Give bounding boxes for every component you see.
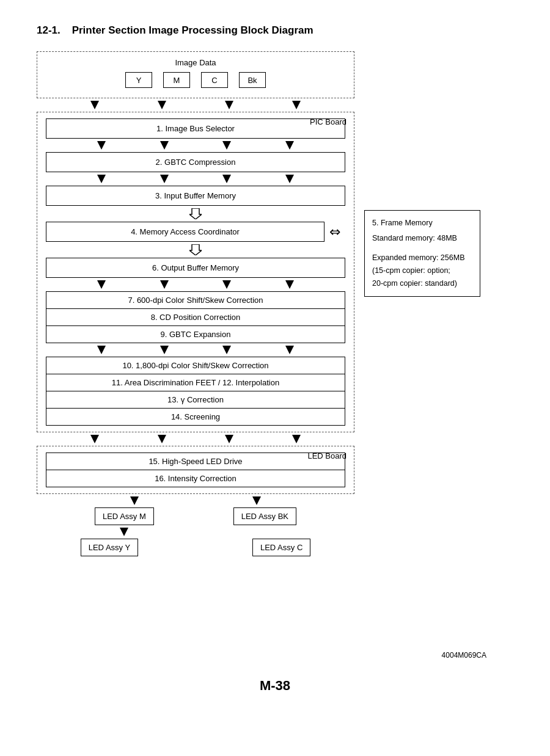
svg-marker-24 — [225, 435, 233, 443]
color-channels: Y M C Bk — [125, 72, 266, 88]
pic-board-section: PIC Board 1. Image Bus Selector 2. GBTC … — [37, 112, 354, 432]
led-board-label: LED Board — [307, 451, 346, 460]
double-arrow-icon: ⇔ — [329, 224, 340, 240]
section-title: 12-1. Printer Section Image Processing B… — [37, 24, 513, 37]
channel-c: C — [201, 72, 228, 88]
hollow-arrow-down-icon — [189, 208, 202, 219]
arrow-down-icon — [160, 175, 169, 183]
svg-marker-28 — [120, 528, 128, 536]
svg-marker-19 — [160, 346, 169, 354]
arrow-down-icon — [158, 101, 166, 109]
arrows-led-to-assy — [37, 496, 354, 505]
block-14: 14. Screening — [46, 409, 345, 426]
led-assy-bk-col: LED Assy BK — [233, 507, 296, 525]
svg-marker-5 — [160, 141, 169, 150]
arrow-down-icon — [120, 528, 128, 536]
arrow-down-icon — [90, 435, 99, 443]
svg-marker-20 — [222, 346, 231, 354]
frame-memory-20cpm: 20-cpm copier: standard) — [372, 277, 472, 290]
svg-marker-2 — [225, 101, 233, 109]
image-data-label: Image Data — [175, 58, 216, 67]
arrow-down-icon — [252, 496, 261, 505]
svg-marker-13 — [189, 244, 202, 255]
image-data-section: Image Data Y M C Bk — [37, 51, 354, 98]
arrow-down-icon — [160, 280, 169, 289]
arrows-to-led — [37, 435, 354, 443]
block-1: 1. Image Bus Selector — [46, 118, 345, 139]
arrow-down-icon — [97, 346, 106, 354]
arrows-2-to-3 — [46, 175, 345, 183]
led-assy-y-c-row: LED Assy Y LED Assy C — [37, 539, 354, 556]
svg-marker-8 — [97, 175, 106, 183]
svg-marker-0 — [90, 101, 99, 109]
block-16: 16. Intensity Correction — [46, 470, 345, 487]
arrow-down-icon — [97, 175, 106, 183]
block-8: 8. CD Position Correction — [46, 309, 345, 326]
arrow-4-to-6 — [46, 244, 345, 255]
arrow-down-icon — [225, 101, 233, 109]
svg-marker-7 — [285, 141, 294, 150]
block-4-row: 4. Memory Access Coordinator ⇔ — [46, 222, 345, 242]
frame-memory-std: Standard memory: 48MB — [372, 232, 472, 245]
arrow-down-icon — [285, 141, 294, 150]
block-2: 2. GBTC Compression — [46, 152, 345, 172]
svg-marker-22 — [90, 435, 99, 443]
arrow-down-icon — [160, 346, 169, 354]
channel-bk: Bk — [239, 72, 266, 88]
arrow-down-icon — [160, 141, 169, 150]
block-15: 15. High-Speed LED Drive — [46, 453, 345, 470]
diagram-code: 4004M069CA — [364, 651, 486, 660]
block-4: 4. Memory Access Coordinator — [46, 222, 324, 242]
frame-memory-exp: Expanded memory: 256MB — [372, 252, 472, 264]
arrow-down-icon — [225, 435, 233, 443]
block-11-12: 11. Area Discrimination FEET / 12. Inter… — [46, 374, 345, 391]
svg-marker-1 — [158, 101, 166, 109]
frame-memory-title: 5. Frame Memory — [372, 217, 472, 230]
pic-board-label: PIC Board — [310, 117, 346, 126]
hollow-arrow-down-icon — [189, 244, 202, 255]
block-7: 7. 600-dpi Color Shift/Skew Correction — [46, 291, 345, 309]
frame-memory-15cpm: (15-cpm copier: option; — [372, 264, 472, 277]
channel-m: M — [163, 72, 190, 88]
arrow-down-icon — [285, 346, 294, 354]
svg-marker-6 — [222, 141, 231, 150]
block-10: 10. 1,800-dpi Color Shift/Skew Correctio… — [46, 357, 345, 374]
svg-marker-26 — [130, 496, 139, 505]
led-board-section: LED Board 15. High-Speed LED Drive 16. I… — [37, 446, 354, 494]
svg-marker-18 — [97, 346, 106, 354]
svg-marker-15 — [160, 280, 169, 289]
svg-marker-4 — [97, 141, 106, 150]
arrow-down-icon — [222, 141, 231, 150]
arrow-down-icon — [285, 175, 294, 183]
led-assy-c: LED Assy C — [252, 539, 310, 556]
svg-marker-12 — [189, 208, 202, 219]
arrow-down-icon — [90, 101, 99, 109]
svg-marker-27 — [252, 496, 261, 505]
arrows-1-to-2 — [46, 141, 345, 150]
svg-marker-25 — [292, 435, 301, 443]
arrow-down-icon — [292, 435, 301, 443]
right-column: 5. Frame Memory Standard memory: 48MB Ex… — [364, 210, 486, 660]
arrow-down-icon — [292, 101, 301, 109]
svg-marker-9 — [160, 175, 169, 183]
led-assy-y: LED Assy Y — [81, 539, 138, 556]
arrows-to-block1 — [37, 101, 354, 109]
block-3: 3. Input Buffer Memory — [46, 186, 345, 206]
frame-memory-box: 5. Frame Memory Standard memory: 48MB Ex… — [364, 210, 480, 297]
led-assy-m-bk-row: LED Assy M LED Assy BK — [37, 507, 354, 539]
led-assy-m: LED Assy M — [95, 507, 154, 525]
arrow-down-icon — [158, 435, 166, 443]
arrows-9-to-10 — [46, 346, 345, 354]
svg-marker-16 — [222, 280, 231, 289]
svg-marker-21 — [285, 346, 294, 354]
svg-marker-23 — [158, 435, 166, 443]
arrow-down-icon — [130, 496, 139, 505]
arrow-down-icon — [97, 280, 106, 289]
svg-marker-14 — [97, 280, 106, 289]
block-9: 9. GBTC Expansion — [46, 326, 345, 343]
arrow-down-icon — [97, 141, 106, 150]
arrows-6-to-7 — [46, 280, 345, 289]
svg-marker-10 — [222, 175, 231, 183]
channel-y: Y — [125, 72, 152, 88]
led-assy-m-col: LED Assy M — [95, 507, 154, 539]
